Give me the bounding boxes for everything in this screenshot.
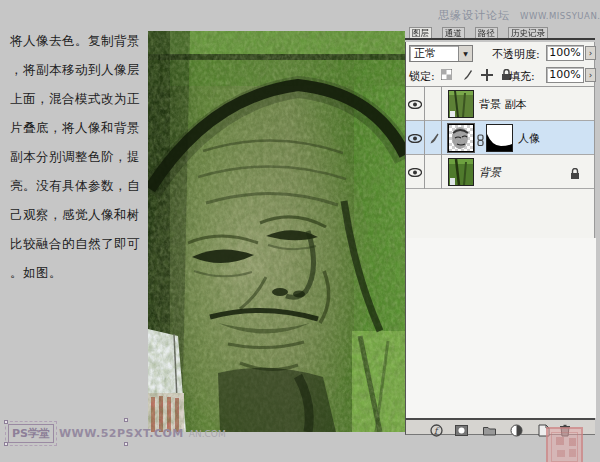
visibility-toggle[interactable] <box>406 87 425 121</box>
new-group-folder-icon[interactable] <box>483 422 496 435</box>
seal-stamp-watermark <box>546 427 583 462</box>
layer-row-background[interactable]: 背景 <box>406 155 594 189</box>
tab-paths[interactable]: 路径 <box>475 27 498 38</box>
layers-empty-area <box>406 238 596 418</box>
layer-name[interactable]: 背景 副本 <box>479 97 527 112</box>
brush-edit-icon <box>428 133 439 144</box>
selection-handle <box>124 442 128 446</box>
visibility-toggle[interactable] <box>406 155 425 189</box>
layer-row-portrait[interactable]: 人像 <box>406 121 594 155</box>
visibility-toggle[interactable] <box>406 121 425 155</box>
layer-locked-icon <box>570 165 580 184</box>
top-watermark-site-url: WWW.MISSYUAN.COM <box>520 11 600 21</box>
layers-panel-body: 正常 ▼ 不透明度: 100% › 锁定: <box>405 42 595 418</box>
opacity-input[interactable]: 100% <box>546 45 584 61</box>
instruction-line: 副本分别调整色阶，提 <box>10 142 150 171</box>
instruction-line: 亮。没有具体参数，自 <box>10 171 150 200</box>
blend-options-row: 正常 ▼ 不透明度: 100% › <box>406 42 594 64</box>
layer-thumbnail[interactable] <box>448 90 474 118</box>
fill-slider-arrow[interactable]: › <box>585 68 596 82</box>
lock-transparency-icon[interactable] <box>440 68 453 81</box>
svg-text:f: f <box>434 426 440 436</box>
tab-layers[interactable]: 图层 <box>409 27 432 38</box>
bottom-watermark-logo: PS学堂 <box>8 424 54 443</box>
fill-input[interactable]: 100% <box>546 67 584 83</box>
lock-position-icon[interactable] <box>480 68 493 81</box>
tutorial-instructions: 将人像去色。复制背景 ，将副本移动到人像层 上面，混合模式改为正 片叠底，将人像… <box>10 26 150 287</box>
layer-name[interactable]: 背景 <box>479 165 501 180</box>
top-watermark-site-name: 思缘设计论坛 <box>438 9 510 22</box>
instruction-line: ，将副本移动到人像层 <box>10 55 150 84</box>
layer-style-fx-icon[interactable]: f <box>430 422 443 435</box>
bottom-watermark: PS学堂 WWW.52PSXT.COM AN.COM <box>8 424 226 443</box>
instruction-line: 片叠底，将人像和背景 <box>10 113 150 142</box>
opacity-slider-arrow[interactable]: › <box>585 46 596 60</box>
instruction-line: 比较融合的自然了即可 <box>10 229 150 258</box>
lock-label: 锁定: <box>409 69 435 84</box>
link-column[interactable] <box>425 121 442 155</box>
eye-icon <box>408 100 422 109</box>
new-adjustment-layer-icon[interactable] <box>510 422 523 435</box>
selection-handle <box>4 420 8 424</box>
link-column[interactable] <box>425 87 442 121</box>
layer-mask-thumbnail[interactable] <box>486 124 513 152</box>
blend-mode-dropdown[interactable]: 正常 ▼ <box>409 45 473 62</box>
fill-label: 填充: <box>509 69 535 84</box>
layers-list: 背景 副本 <box>406 86 594 189</box>
instruction-line: 己观察，感觉人像和树 <box>10 200 150 229</box>
eye-icon <box>408 168 422 177</box>
instruction-line: 将人像去色。复制背景 <box>10 26 150 55</box>
instruction-line: 上面，混合模式改为正 <box>10 84 150 113</box>
lock-options-row: 锁定: 填充: 100% › <box>406 64 594 86</box>
tab-channels[interactable]: 通道 <box>442 27 465 38</box>
chevron-down-icon[interactable]: ▼ <box>458 46 472 61</box>
tab-history[interactable]: 历史记录 <box>508 27 548 38</box>
layer-thumbnail[interactable] <box>448 158 474 186</box>
layer-thumbnail[interactable] <box>448 124 474 152</box>
bottom-watermark-site-url: WWW.52PSXT.COM <box>59 427 184 440</box>
lock-pixels-brush-icon[interactable] <box>460 68 473 81</box>
add-layer-mask-icon[interactable] <box>455 422 468 435</box>
layers-panel: 图层 通道 路径 历史记录 正常 ▼ 不透明度: 100% › 锁定: <box>405 26 600 435</box>
panel-tab-strip: 图层 通道 路径 历史记录 <box>405 26 595 40</box>
layer-name[interactable]: 人像 <box>518 131 540 146</box>
top-watermark: 思缘设计论坛 WWW.MISSYUAN.COM <box>438 4 600 23</box>
seal-stamp-glyphs <box>551 432 578 462</box>
blend-mode-value: 正常 <box>410 46 458 61</box>
layer-row-background-copy[interactable]: 背景 副本 <box>406 87 594 121</box>
mask-link-icon[interactable] <box>476 132 485 145</box>
instruction-line: 。如图。 <box>10 258 150 287</box>
bottom-watermark-overlap-text: AN.COM <box>189 429 226 439</box>
selection-handle <box>124 418 128 422</box>
selection-handle <box>4 442 8 446</box>
tutorial-screenshot: 思缘设计论坛 WWW.MISSYUAN.COM 将人像去色。复制背景 ，将副本移… <box>0 0 600 462</box>
link-column[interactable] <box>425 155 442 189</box>
eye-icon <box>408 134 422 143</box>
opacity-label: 不透明度: <box>492 47 540 62</box>
face-tree-blend-image <box>148 31 405 432</box>
document-canvas-preview <box>148 31 405 432</box>
